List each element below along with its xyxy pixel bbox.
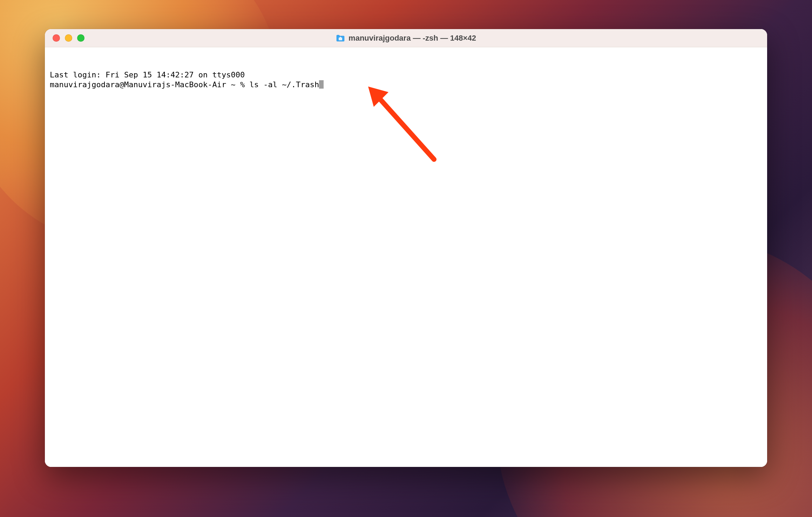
close-button[interactable]	[53, 34, 60, 42]
titlebar[interactable]: manuvirajgodara — -zsh — 148×42	[45, 29, 767, 47]
folder-icon	[336, 34, 345, 42]
shell-prompt: manuvirajgodara@Manuvirajs-MacBook-Air ~…	[50, 80, 250, 89]
annotation-arrow-icon	[360, 79, 452, 170]
svg-rect-1	[340, 37, 341, 38]
minimize-button[interactable]	[65, 34, 72, 42]
terminal-body[interactable]: Last login: Fri Sep 15 14:42:27 on ttys0…	[45, 47, 767, 467]
window-title-wrap: manuvirajgodara — -zsh — 148×42	[45, 34, 767, 43]
last-login-line: Last login: Fri Sep 15 14:42:27 on ttys0…	[50, 70, 762, 80]
typed-command: ls -al ~/.Trash	[250, 80, 319, 89]
traffic-lights	[45, 34, 84, 42]
svg-rect-0	[339, 37, 342, 40]
terminal-window: manuvirajgodara — -zsh — 148×42 Last log…	[45, 29, 767, 467]
window-title: manuvirajgodara — -zsh — 148×42	[349, 34, 476, 43]
cursor	[319, 80, 324, 89]
prompt-line: manuvirajgodara@Manuvirajs-MacBook-Air ~…	[50, 80, 762, 90]
svg-line-3	[374, 93, 434, 159]
svg-marker-4	[368, 87, 388, 107]
maximize-button[interactable]	[77, 34, 84, 42]
